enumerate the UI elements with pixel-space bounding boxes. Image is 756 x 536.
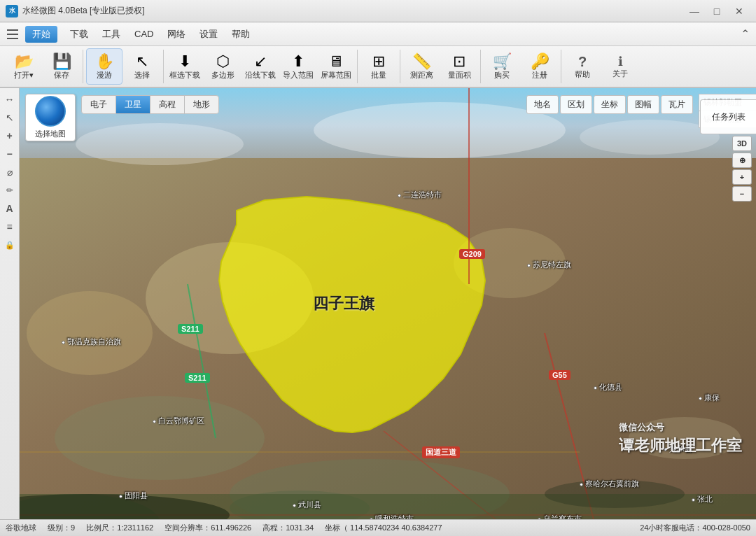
btn-zoom-minus[interactable]: −: [732, 186, 752, 202]
watermark-main: 谭老师地理工作室: [619, 435, 742, 456]
road-g209: G209: [459, 249, 485, 259]
task-list-panel: 任务列表 锡林郭勒盟 锡林郭勒盟: [699, 94, 756, 128]
btn-district[interactable]: 区划: [560, 95, 592, 114]
menu-item-help[interactable]: 帮助: [225, 25, 257, 43]
menu-item-tools[interactable]: 工具: [95, 25, 127, 43]
svg-point-23: [545, 480, 685, 508]
measure-area-icon: ⊡: [453, 54, 465, 69]
map-globe-icon: [35, 96, 66, 127]
status-scale: 比例尺：1:2311162: [86, 523, 153, 533]
sidebar-lock-tool[interactable]: 🔒: [1, 237, 18, 253]
road-guodao: 国道三道: [422, 446, 460, 458]
select-icon: ↖: [136, 54, 148, 69]
tab-elevation[interactable]: 高程: [150, 96, 185, 113]
buy-label: 购买: [494, 71, 510, 79]
batch-label: 批量: [371, 71, 386, 79]
menu-start-button[interactable]: 开始: [25, 26, 57, 43]
toolbar-help-button[interactable]: ? 帮助: [564, 48, 601, 85]
toolbar-select-button[interactable]: ↖ 选择: [124, 48, 160, 85]
toolbar-register-button[interactable]: 🔑 注册: [522, 48, 558, 85]
status-level: 级别：9: [48, 523, 75, 533]
toolbar-pan-button[interactable]: ✋ 漫游: [86, 48, 122, 85]
polygon-label: 多边形: [211, 71, 234, 79]
statusbar: 谷歌地球 级别：9 比例尺：1:2311162 空间分辨率：611.496226…: [0, 519, 756, 536]
window-title: 水经微图 4.0Beta [专业版已授权]: [22, 5, 683, 17]
toolbar-import-range-button[interactable]: ⬆ 导入范围: [280, 48, 316, 85]
help-label: 帮助: [575, 71, 590, 78]
close-button[interactable]: ✕: [728, 1, 750, 21]
status-source: 谷歌地球: [6, 523, 36, 533]
sidebar-pan-tool[interactable]: ↔: [1, 91, 18, 108]
map-select-card[interactable]: 选择地图: [25, 94, 76, 141]
svg-point-12: [76, 123, 244, 165]
select-label: 选择: [134, 71, 150, 79]
task-list-button[interactable]: 任务列表: [700, 99, 756, 134]
menu-item-download[interactable]: 下载: [63, 25, 95, 43]
btn-zoom-plus[interactable]: +: [732, 169, 752, 185]
toolbar-screen-range-button[interactable]: 🖥 屏幕范围: [318, 48, 354, 85]
sidebar-select-tool[interactable]: ↖: [1, 109, 18, 126]
toolbar-sep2: [163, 50, 164, 83]
map-container[interactable]: 选择地图 电子 卫星 高程 地形 地名 区划 坐标 图幅 瓦片 任务列表 锡林郭…: [20, 88, 756, 519]
menu-item-cad[interactable]: CAD: [127, 26, 160, 42]
sidebar-draw-tool[interactable]: ✏: [1, 182, 18, 199]
line-download-label: 沿线下载: [245, 71, 276, 79]
toolbar-open-button[interactable]: 📂 打开▾: [6, 48, 42, 85]
sidebar-zoom-out[interactable]: −: [1, 146, 18, 162]
batch-icon: ⊞: [372, 54, 385, 69]
btn-coordinate[interactable]: 坐标: [594, 95, 626, 114]
menu-item-settings[interactable]: 设置: [192, 25, 225, 43]
btn-place-name[interactable]: 地名: [526, 95, 559, 114]
toolbar-measure-dist-button[interactable]: 📏 测距离: [403, 48, 440, 85]
btn-tile[interactable]: 瓦片: [661, 95, 693, 114]
save-label: 保存: [54, 71, 69, 79]
app-icon: 水: [6, 5, 18, 17]
box-download-label: 框选下载: [169, 71, 200, 79]
toolbar-sep5: [480, 50, 481, 83]
help-icon: ?: [578, 55, 587, 69]
import-range-icon: ⬆: [292, 54, 304, 69]
map-select-label: 选择地图: [35, 129, 66, 139]
btn-compass[interactable]: ⊕: [732, 153, 752, 168]
open-icon: 📂: [15, 54, 34, 69]
toolbar-sep3: [357, 50, 358, 83]
minimize-button[interactable]: —: [683, 1, 706, 21]
titlebar: 水 水经微图 4.0Beta [专业版已授权] — □ ✕: [0, 0, 756, 22]
collapse-ribbon-button[interactable]: ⌃: [736, 26, 753, 43]
sidebar-measure-tool[interactable]: ⌀: [1, 164, 18, 181]
toolbar-measure-area-button[interactable]: ⊡ 量面积: [441, 48, 477, 85]
maximize-button[interactable]: □: [706, 1, 728, 21]
about-label: 关于: [612, 70, 628, 78]
measure-area-label: 量面积: [448, 71, 471, 79]
measure-dist-label: 测距离: [410, 71, 433, 79]
register-label: 注册: [532, 71, 547, 79]
toolbar-box-download-button[interactable]: ⬇ 框选下载: [167, 48, 203, 85]
btn-3d[interactable]: 3D: [732, 136, 752, 151]
toolbar-buy-button[interactable]: 🛒 购买: [484, 48, 520, 85]
toolbar-batch-button[interactable]: ⊞ 批量: [360, 48, 397, 85]
line-download-icon: ↙: [254, 54, 267, 69]
main-area: ↔ ↖ + − ⌀ ✏ A ≡ 🔒: [0, 88, 756, 519]
toolbar-polygon-button[interactable]: ⬡ 多边形: [204, 48, 241, 85]
toolbar-sep6: [561, 50, 561, 83]
menu-item-network[interactable]: 网络: [160, 25, 192, 43]
btn-map-sheet[interactable]: 图幅: [627, 95, 659, 114]
map-right-buttons: 地名 区划 坐标 图幅 瓦片: [526, 95, 693, 114]
import-range-label: 导入范围: [283, 71, 314, 79]
svg-point-10: [27, 291, 153, 375]
toolbar-sep4: [400, 50, 400, 83]
toolbar-save-button[interactable]: 💾 保存: [43, 48, 80, 85]
sidebar-layers-tool[interactable]: ≡: [1, 218, 18, 235]
menu-toggle-button[interactable]: [3, 24, 22, 44]
toolbar-line-download-button[interactable]: ↙ 沿线下载: [242, 48, 279, 85]
tab-satellite[interactable]: 卫星: [116, 96, 150, 113]
tab-electronic[interactable]: 电子: [82, 96, 116, 113]
status-resolution: 空间分辨率：611.496226: [164, 523, 251, 533]
register-icon: 🔑: [531, 54, 550, 69]
tab-terrain[interactable]: 地形: [185, 96, 218, 113]
sidebar-text-tool[interactable]: A: [1, 200, 18, 217]
sidebar-zoom-in[interactable]: +: [1, 127, 18, 144]
toolbar-about-button[interactable]: ℹ 关于: [602, 48, 638, 85]
map-tab-group: 电子 卫星 高程 地形: [81, 95, 219, 114]
road-s211b: S211: [185, 373, 210, 383]
